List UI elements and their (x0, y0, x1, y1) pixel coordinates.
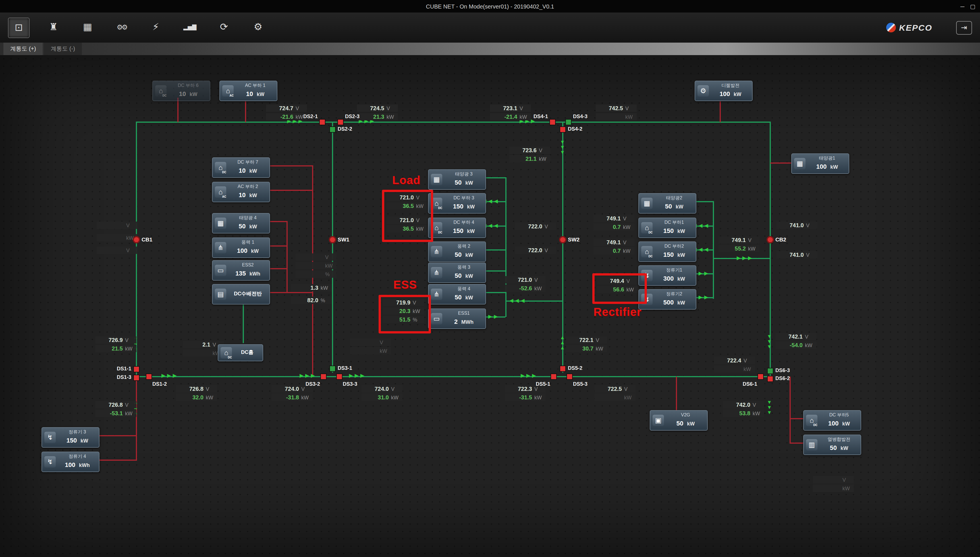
measurement-readout: 742.5 V (596, 104, 637, 112)
switch-state-icon (330, 126, 336, 133)
measurement-readout: 21.5 kW (95, 345, 136, 352)
device-card[interactable]: ↯ 정류기1 300 kW (639, 265, 696, 286)
device-icon: ⌂ DC (641, 246, 653, 257)
bus-line (505, 177, 506, 317)
measurement-unit: V (545, 248, 554, 253)
switch-state-icon (319, 119, 325, 125)
measurement-value: 721.0 (518, 277, 532, 283)
measurement-readout: 749.1 V (719, 236, 760, 244)
flow-arrow-icon: ▼▼▼ (767, 400, 773, 415)
tab-diagram-minus[interactable]: 계통도 (-) (44, 42, 82, 55)
measurement-unit: kW (596, 346, 605, 351)
device-card[interactable]: ⋔ 풍력 3 50 kW (428, 262, 486, 283)
measurement-readout: kW (595, 394, 635, 401)
switch-label: DS1-2 (152, 381, 167, 387)
device-card[interactable]: ▭ ESS2 135 kWh (212, 260, 270, 281)
device-rating-unit: MWh (461, 319, 474, 325)
measurement-value: 0.7 (613, 248, 621, 254)
device-card[interactable]: ⚙ 디젤발전 100 kW (695, 81, 753, 101)
flow-arrow-icon: ▼▼▼ (560, 140, 565, 155)
measurement-value: 724.7 (279, 105, 293, 111)
bus-line (136, 377, 137, 461)
measurement-unit: V (623, 239, 632, 245)
device-card[interactable]: ▦ 태양광2 50 kW (639, 193, 696, 213)
measurement-unit: kW (125, 410, 134, 416)
device-icon-sub: AC (230, 94, 234, 97)
device-card[interactable]: ▤ DC수배전반 (212, 284, 270, 305)
device-card[interactable]: ↯ 정류기2 500 kW (639, 289, 696, 309)
measurement-value: 726.8 (109, 402, 123, 408)
device-icon: ⌂ AC (215, 186, 226, 198)
device-rating-value: 150 (663, 227, 674, 234)
toolbar-icon[interactable]: ▦ (77, 17, 98, 37)
device-card[interactable]: ▥ 열병합발전 50 kW (803, 435, 861, 455)
device-card[interactable]: ▦ 태양광1 100 kW (791, 153, 849, 174)
switch-state-icon (767, 368, 773, 374)
device-card[interactable]: ▭ ESS1 2 MWh (428, 308, 486, 329)
toolbar: ⊡ ♜ ▦ ⚙⚙ ⚡ ▂▅▇ (0, 13, 980, 42)
exit-button[interactable]: ⇥ (956, 21, 972, 34)
window-title: CUBE NET - On Mode(server01) - 20190402_… (426, 3, 554, 10)
device-card[interactable]: ▦ 태양광 4 50 kW (212, 213, 270, 233)
device-card[interactable]: ⌂ DC DC 부하2 150 kW (639, 241, 696, 262)
device-card[interactable]: ⋔ 풍력 1 100 kW (212, 238, 270, 258)
device-icon: ▦ (794, 158, 805, 169)
device-card[interactable]: ⌂ DC DC홈 (218, 344, 263, 361)
device-icon: ▭ (215, 265, 226, 276)
device-rating-value: 10 (179, 90, 186, 97)
toolbar-icon[interactable]: ▂▅▇ (180, 17, 200, 37)
measurement-value: 726.8 (189, 386, 204, 392)
maximize-icon[interactable]: ▢ (970, 3, 975, 10)
switch-label: DS2-2 (338, 126, 352, 132)
device-card[interactable]: ⌂ DC DC 부하1 150 kW (639, 218, 696, 238)
device-card[interactable]: ⌂ AC AC 부하 2 10 kW (212, 182, 270, 202)
device-card[interactable]: ⋔ 풍력 2 50 kW (428, 241, 486, 262)
toolbar-icon[interactable]: ⚙ (248, 17, 268, 37)
measurement-value: 749.1 (606, 239, 621, 246)
measurement-readout: 724.5 V (357, 104, 398, 112)
device-icon-sub: DC (648, 231, 653, 234)
minimize-icon[interactable]: ─ (960, 3, 964, 10)
measurement-value: 55.2 (735, 246, 746, 252)
device-rating-value: 50 (676, 420, 684, 427)
device-card[interactable]: ⋔ 풍력 4 50 kW (428, 284, 486, 305)
device-rating-value: 300 (663, 275, 674, 282)
toolbar-icon[interactable]: ⚡ (145, 17, 166, 37)
device-rating-value: 50 (455, 179, 462, 186)
device-icon: ⋔ (431, 288, 442, 300)
toolbar-icon[interactable]: ♜ (43, 17, 64, 37)
measurement-value: 30.7 (582, 345, 593, 352)
bus-line (136, 376, 770, 377)
device-card[interactable]: ⌂ DC DC 부하 4 150 kW (428, 218, 486, 238)
device-card[interactable]: ↯ 정류기 4 100 kWh (41, 452, 100, 472)
measurement-unit: kW (320, 285, 330, 291)
toolbar-icon-glyph: ▦ (83, 21, 92, 33)
application-window: CUBE NET - On Mode(server01) - 20190402_… (0, 0, 980, 557)
switch-state-icon (767, 376, 773, 382)
device-card[interactable]: ▣ V2G 50 kW (650, 410, 708, 431)
measurement-readout: kW (350, 347, 391, 355)
measurement-unit: kW (125, 346, 134, 351)
device-card[interactable]: ⌂ DC DC 부하5 100 kW (803, 410, 861, 431)
toolbar-icon[interactable]: ⚙⚙ (111, 17, 132, 37)
measurement-unit: kW (624, 394, 633, 400)
toolbar-icon-glyph: ▂▅▇ (183, 24, 196, 30)
measurement-unit: kW (623, 248, 632, 254)
measurement-unit: kW (743, 366, 753, 372)
toolbar-icon[interactable]: ⊡ (8, 17, 29, 38)
device-card[interactable]: ⌂ DC DC 부하 3 150 kW (428, 193, 486, 213)
measurement-unit: V (753, 402, 762, 407)
measurement-readout: V (350, 339, 391, 346)
device-card[interactable]: ⌂ DC DC 부하 7 10 kW (212, 157, 270, 178)
bus-line (790, 443, 803, 444)
tab-diagram-plus[interactable]: 계통도 (+) (3, 42, 43, 55)
toolbar-icon[interactable]: ⟳ (214, 17, 234, 37)
device-card[interactable]: ↯ 정류기 3 150 kW (41, 427, 100, 448)
device-card[interactable]: ⌂ AC AC 부하 1 10 kW (219, 81, 278, 101)
measurement-value: 21.3 (373, 114, 384, 120)
device-card[interactable]: ⌂ DC DC 부하 6 10 kW (152, 81, 210, 101)
measurement-unit: kW (623, 224, 632, 230)
switch-state-icon (567, 373, 573, 380)
device-card[interactable]: ▦ 태양광 3 50 kW (428, 169, 486, 190)
measurement-readout: -21.4 kW (490, 113, 531, 121)
